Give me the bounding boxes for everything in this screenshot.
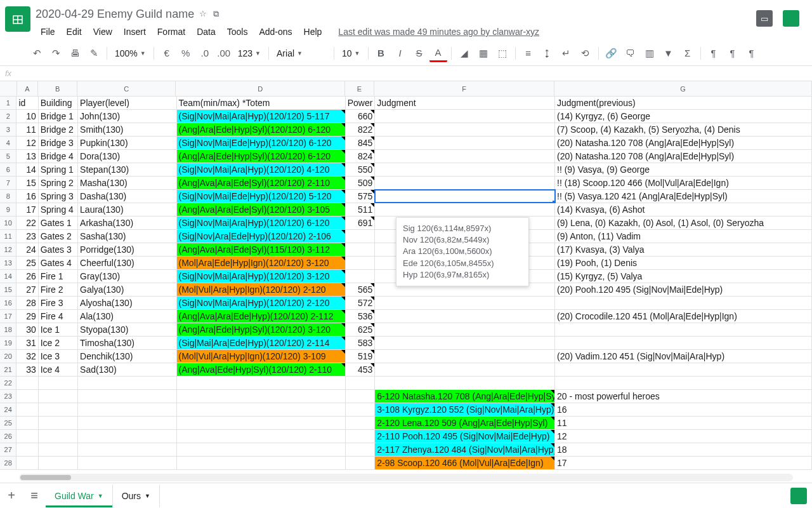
cell[interactable]: 22	[16, 217, 38, 229]
cell[interactable]	[375, 310, 555, 323]
cell[interactable]: Dasha(130)	[78, 190, 176, 203]
cell[interactable]	[346, 390, 376, 403]
cell[interactable]: 2-110 Pooh.120 495 (Sig|Nov|Mai|Ede|Hyp)	[375, 430, 555, 443]
bold-button[interactable]: B	[372, 44, 390, 62]
cell[interactable]: 691	[346, 217, 376, 229]
doc-title[interactable]: 2020-04-29 Enemy Guild name	[36, 8, 194, 21]
cell[interactable]: 625	[346, 323, 376, 336]
col-header-D[interactable]: D	[176, 81, 345, 96]
cell[interactable]: 511	[346, 203, 376, 216]
comments-icon[interactable]: ▭	[756, 10, 773, 27]
cell[interactable]: 453	[346, 363, 376, 376]
cell[interactable]: 25	[16, 257, 38, 269]
cell[interactable]: 20 - most powerful heroes	[555, 390, 812, 403]
move-icon[interactable]: ⧉	[213, 9, 219, 19]
cell[interactable]	[177, 390, 346, 403]
cell[interactable]: Gates 2	[39, 230, 78, 243]
row-header[interactable]: 19	[0, 337, 16, 349]
col-header-F[interactable]: F	[374, 81, 554, 96]
cell[interactable]	[16, 403, 38, 416]
cell[interactable]: Denchik(130)	[78, 350, 176, 363]
cell[interactable]: Team(min/max) *Totem	[177, 97, 346, 109]
cell[interactable]	[346, 230, 376, 243]
cell[interactable]: (Ang|Ava|Ara|Ede|Syl)(115/120) 3-112	[177, 243, 346, 256]
cell[interactable]	[39, 377, 78, 389]
col-header-B[interactable]: B	[38, 81, 77, 96]
filter-button[interactable]: ▼	[660, 44, 678, 62]
cell[interactable]: Sasha(130)	[78, 230, 176, 243]
cell[interactable]: 15	[16, 177, 38, 189]
cell[interactable]: 28	[16, 297, 38, 309]
cell[interactable]	[78, 430, 176, 443]
row-header[interactable]: 25	[0, 417, 16, 429]
row-header[interactable]: 18	[0, 323, 16, 336]
cell[interactable]: (Sig|Nov|Mai|Ara|Hyp)(120/120) 3-120	[177, 270, 346, 283]
row-header[interactable]: 17	[0, 310, 16, 323]
row-header[interactable]: 10	[0, 217, 16, 229]
cell[interactable]: (Sig|Nov|Ara|Ede|Hyp)(120/120) 2-106	[177, 230, 346, 243]
cell[interactable]	[346, 417, 376, 429]
fill-color-button[interactable]: ◢	[455, 44, 473, 62]
cell[interactable]: Judgment(previous)	[555, 97, 812, 109]
font-select[interactable]: Arial▼	[273, 44, 330, 62]
cell[interactable]: (9) Lena, (0) Kazakh, (0) Asol, (1) Asol…	[555, 217, 812, 229]
cell[interactable]: Laura(130)	[78, 203, 176, 216]
row-header[interactable]: 27	[0, 443, 16, 456]
cell[interactable]: Judgment	[375, 97, 555, 109]
italic-button[interactable]: I	[391, 44, 409, 62]
cell[interactable]: Fire 1	[39, 270, 78, 283]
cell[interactable]	[375, 203, 555, 216]
borders-button[interactable]: ▦	[475, 44, 492, 62]
text-color-button[interactable]: A	[429, 44, 447, 62]
cell[interactable]	[16, 417, 38, 429]
row-header[interactable]: 26	[0, 430, 16, 443]
cell[interactable]: !! (9) Vasya, (9) George	[555, 163, 812, 176]
cell[interactable]	[555, 363, 812, 376]
cell[interactable]: Spring 1	[39, 163, 78, 176]
cell[interactable]	[346, 443, 376, 456]
cell[interactable]	[375, 297, 555, 309]
cell[interactable]	[16, 377, 38, 389]
cell[interactable]: (Sig|Nov|Mai|Ede|Hyp)(120/120) 6-120	[177, 137, 346, 149]
cell[interactable]: Masha(130)	[78, 177, 176, 189]
number-format-select[interactable]: 123▼	[234, 44, 265, 62]
cell[interactable]	[375, 323, 555, 336]
row-header[interactable]: 8	[0, 190, 16, 203]
cell[interactable]	[346, 243, 376, 256]
functions-button[interactable]: Σ	[679, 44, 697, 62]
col-header-A[interactable]: A	[17, 81, 39, 96]
cell[interactable]	[346, 377, 376, 389]
cell[interactable]: (14) Kvasya, (6) Ashot	[555, 203, 812, 216]
cell[interactable]: 32	[16, 350, 38, 363]
cell[interactable]: 10	[16, 110, 38, 123]
menu-help[interactable]: Help	[299, 24, 327, 39]
menu-file[interactable]: File	[36, 24, 60, 39]
cell[interactable]: Styopa(130)	[78, 323, 176, 336]
cell[interactable]	[39, 430, 78, 443]
cell[interactable]: 29	[16, 310, 38, 323]
cell[interactable]: (20) Crocodile.120 451 (Mol|Ara|Ede|Hyp|…	[555, 310, 812, 323]
cell[interactable]	[375, 163, 555, 176]
print-button[interactable]: 🖶	[66, 44, 84, 62]
cell[interactable]: (Mol|Ara|Ede|Hyp|Ign)(120/120) 3-120	[177, 257, 346, 269]
cell[interactable]: Dora(130)	[78, 150, 176, 163]
cell[interactable]: (Mol|Vul|Ara|Hyp|Ign)(120/120) 3-109	[177, 350, 346, 363]
cell[interactable]: 2-98 Scoop.120 466 (Mol|Vul|Ara|Ede|Ign)	[375, 457, 555, 469]
cell[interactable]: John(130)	[78, 110, 176, 123]
row-header[interactable]: 7	[0, 177, 16, 189]
cell[interactable]: 24	[16, 243, 38, 256]
row-header[interactable]: 20	[0, 350, 16, 363]
cell[interactable]: Power	[346, 97, 376, 109]
cell[interactable]	[177, 403, 346, 416]
select-all-corner[interactable]	[0, 81, 17, 96]
valign-button[interactable]: ⭥	[539, 44, 556, 62]
cell[interactable]: (20) Pooh.120 495 (Sig|Nov|Mai|Ede|Hyp)	[555, 283, 812, 296]
cell[interactable]: (Sig|Mai|Ara|Ede|Hyp)(120/120) 2-114	[177, 337, 346, 349]
menu-format[interactable]: Format	[152, 24, 190, 39]
star-icon[interactable]: ☆	[199, 9, 207, 19]
cell[interactable]: id	[16, 97, 38, 109]
cell[interactable]	[78, 457, 176, 469]
cell[interactable]	[39, 443, 78, 456]
menu-insert[interactable]: Insert	[119, 24, 151, 39]
cell[interactable]: (Ang|Ava|Ara|Ede|Hyp)(120/120) 2-112	[177, 310, 346, 323]
